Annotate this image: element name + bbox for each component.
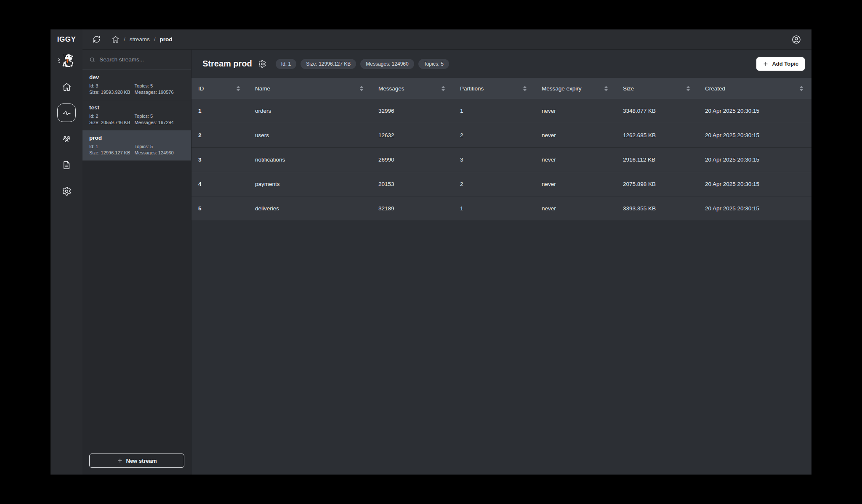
stream-name: test bbox=[89, 104, 184, 111]
sort-control[interactable] bbox=[800, 86, 803, 91]
cell-id: 4 bbox=[192, 181, 248, 187]
cell-name: payments bbox=[248, 181, 372, 187]
new-stream-button[interactable]: New stream bbox=[89, 454, 184, 468]
cell-messages: 26990 bbox=[372, 157, 453, 163]
breadcrumb-separator: / bbox=[124, 36, 125, 42]
cell-size: 1262.685 KB bbox=[616, 132, 698, 138]
badge-topics: Topics: 5 bbox=[418, 59, 449, 69]
stream-settings-button[interactable] bbox=[258, 60, 266, 68]
page-title: Stream prod bbox=[202, 59, 252, 69]
cell-size: 3393.355 KB bbox=[616, 205, 698, 212]
stream-stat-badges: Id: 1 Size: 12996.127 KB Messages: 12496… bbox=[276, 59, 449, 69]
cell-name: orders bbox=[248, 108, 372, 114]
cell-size: 3348.077 KB bbox=[616, 108, 698, 114]
badge-id: Id: 1 bbox=[276, 59, 296, 69]
add-topic-button[interactable]: Add Topic bbox=[756, 57, 805, 71]
sort-control[interactable] bbox=[523, 86, 527, 91]
column-header-messages: Messages bbox=[378, 85, 404, 92]
stream-messages: Messages: 124960 bbox=[135, 150, 184, 155]
stream-list-item-test[interactable]: test Id: 2 Topics: 5 Size: 20559.746 KB … bbox=[82, 100, 191, 130]
table-row-notifications[interactable]: 3 notifications 26990 3 never 2916.112 K… bbox=[192, 148, 811, 172]
column-header-partitions: Partitions bbox=[460, 85, 484, 92]
stream-id: Id: 1 bbox=[89, 144, 135, 149]
cell-messages: 20153 bbox=[372, 181, 453, 187]
brand-logo: IGGY bbox=[57, 29, 76, 50]
user-avatar-icon[interactable] bbox=[791, 34, 801, 45]
badge-size: Size: 12996.127 KB bbox=[301, 59, 356, 69]
icon-rail: IGGY bbox=[51, 29, 82, 475]
sort-control[interactable] bbox=[237, 86, 240, 91]
sort-control[interactable] bbox=[442, 86, 445, 91]
nav-streams-button[interactable] bbox=[57, 103, 76, 122]
cell-message-expiry: never bbox=[535, 132, 616, 138]
sort-control[interactable] bbox=[604, 86, 608, 91]
rail-nav bbox=[57, 77, 76, 200]
cell-created: 20 Apr 2025 20:30:15 bbox=[698, 205, 811, 212]
breadcrumb: / streams / prod bbox=[93, 35, 173, 43]
breadcrumb-streams-link[interactable]: streams bbox=[130, 36, 150, 42]
users-icon bbox=[62, 134, 72, 144]
topbar: / streams / prod bbox=[82, 29, 811, 50]
stream-list-item-dev[interactable]: dev Id: 3 Topics: 5 Size: 19593.928 KB M… bbox=[82, 70, 191, 100]
nav-logs-button[interactable] bbox=[57, 156, 76, 174]
cell-created: 20 Apr 2025 20:30:15 bbox=[698, 181, 811, 187]
stream-name: dev bbox=[89, 74, 184, 80]
refresh-icon[interactable] bbox=[93, 35, 101, 43]
cell-size: 2075.898 KB bbox=[616, 181, 698, 187]
sort-control[interactable] bbox=[686, 86, 690, 91]
cell-created: 20 Apr 2025 20:30:15 bbox=[698, 132, 811, 138]
activity-wave-icon bbox=[62, 108, 72, 118]
topics-table-header: ID Name Messages Partitions Message expi… bbox=[192, 78, 811, 99]
cell-id: 2 bbox=[192, 132, 248, 138]
sort-control[interactable] bbox=[360, 86, 363, 91]
column-header-id: ID bbox=[198, 85, 204, 92]
stream-id: Id: 2 bbox=[89, 114, 135, 119]
home-breadcrumb-icon[interactable] bbox=[112, 35, 120, 43]
cell-name: users bbox=[248, 132, 372, 138]
table-row-users[interactable]: 2 users 12632 2 never 1262.685 KB 20 Apr… bbox=[192, 123, 811, 148]
cell-messages: 12632 bbox=[372, 132, 453, 138]
nav-users-button[interactable] bbox=[57, 130, 76, 148]
cell-partitions: 2 bbox=[453, 181, 535, 187]
stream-size: Size: 12996.127 KB bbox=[89, 150, 135, 155]
stream-search bbox=[82, 50, 191, 70]
table-row-orders[interactable]: 1 orders 32996 1 never 3348.077 KB 20 Ap… bbox=[192, 99, 811, 123]
nav-settings-button[interactable] bbox=[57, 182, 76, 200]
column-header-message-expiry: Message expiry bbox=[542, 85, 582, 92]
breadcrumb-separator: / bbox=[154, 36, 156, 42]
cell-name: deliveries bbox=[248, 205, 372, 212]
app-window: IGGY bbox=[51, 29, 811, 475]
stream-header: Stream prod Id: 1 Size: 12996.127 KB Mes… bbox=[192, 50, 811, 78]
streams-sidebar: dev Id: 3 Topics: 5 Size: 19593.928 KB M… bbox=[82, 50, 192, 475]
column-header-size: Size bbox=[623, 85, 634, 92]
cell-partitions: 1 bbox=[453, 108, 535, 114]
column-header-created: Created bbox=[705, 85, 725, 92]
gear-icon bbox=[62, 186, 72, 196]
stream-messages: Messages: 197294 bbox=[135, 120, 184, 125]
stream-list-item-prod[interactable]: prod Id: 1 Topics: 5 Size: 12996.127 KB … bbox=[82, 130, 191, 161]
cell-id: 3 bbox=[192, 157, 248, 163]
cell-created: 20 Apr 2025 20:30:15 bbox=[698, 108, 811, 114]
cell-partitions: 2 bbox=[453, 132, 535, 138]
table-row-payments[interactable]: 4 payments 20153 2 never 2075.898 KB 20 … bbox=[192, 172, 811, 196]
badge-messages: Messages: 124960 bbox=[360, 59, 414, 69]
iggy-mascot bbox=[58, 54, 74, 67]
search-input[interactable] bbox=[99, 56, 184, 63]
stream-size: Size: 20559.746 KB bbox=[89, 120, 135, 125]
gear-icon bbox=[258, 60, 266, 68]
nav-home-button[interactable] bbox=[57, 77, 76, 96]
stream-id: Id: 3 bbox=[89, 83, 135, 88]
stream-messages: Messages: 190576 bbox=[135, 90, 184, 95]
cell-message-expiry: never bbox=[535, 157, 616, 163]
stream-size: Size: 19593.928 KB bbox=[89, 90, 135, 95]
stream-topics: Topics: 5 bbox=[135, 114, 184, 119]
stream-topics: Topics: 5 bbox=[135, 83, 184, 88]
table-row-deliveries[interactable]: 5 deliveries 32189 1 never 3393.355 KB 2… bbox=[192, 196, 811, 221]
cell-messages: 32189 bbox=[372, 205, 453, 212]
home-icon bbox=[62, 82, 72, 92]
stream-name: prod bbox=[89, 135, 184, 141]
iggy-mascot-logo bbox=[57, 52, 76, 69]
cell-partitions: 1 bbox=[453, 205, 535, 212]
plus-icon bbox=[763, 61, 769, 67]
breadcrumb-current: prod bbox=[160, 36, 173, 42]
